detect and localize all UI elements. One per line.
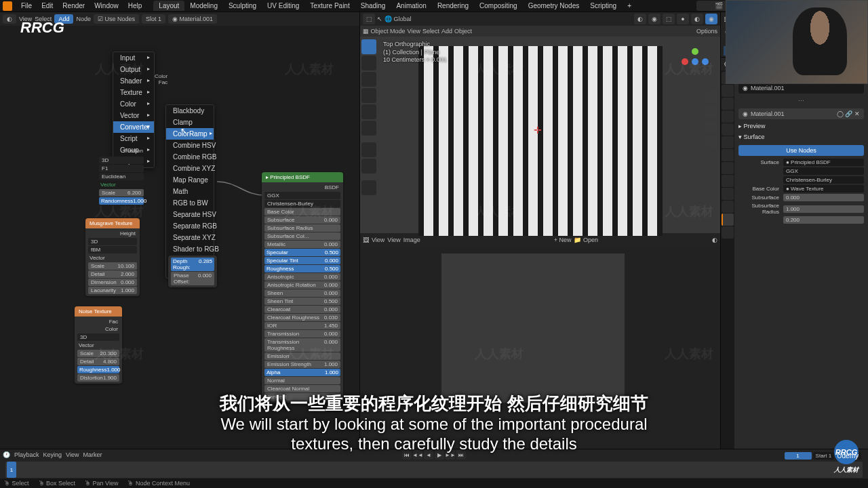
- prop-tab-world[interactable]: [722, 123, 734, 136]
- add-workspace-button[interactable]: +: [622, 1, 637, 11]
- menu-render[interactable]: Render: [58, 2, 90, 9]
- vp-orient-selector[interactable]: 🌐 Global: [384, 16, 412, 22]
- voronoi-metric[interactable]: Euclidean: [99, 173, 144, 180]
- prop-tab-material[interactable]: [722, 214, 734, 226]
- tool-cursor[interactable]: [361, 56, 376, 70]
- bsdf-row-specular[interactable]: Specular0.500: [264, 249, 340, 256]
- 3d-viewport[interactable]: Top Orthographic (1) Collection | Plane …: [360, 37, 720, 233]
- vp-menu-view[interactable]: View: [408, 28, 420, 35]
- prop-tab-viewlayer[interactable]: [722, 98, 734, 110]
- vp-menu-select[interactable]: Select: [422, 28, 439, 35]
- conv-combine-hsv[interactable]: Combine HSV: [166, 140, 214, 151]
- next-key-icon[interactable]: ►►: [446, 450, 455, 460]
- musgrave-out-height[interactable]: Height: [88, 230, 137, 237]
- voronoi-feat[interactable]: F1: [99, 165, 144, 172]
- add-menu-shader[interactable]: Shader: [113, 75, 154, 87]
- conv-shader-to-rgb[interactable]: Shader to RGB: [166, 243, 214, 255]
- sss-method-field[interactable]: Christensen-Burley: [783, 176, 864, 184]
- bsdf-row-metallic[interactable]: Metallic0.000: [264, 241, 340, 248]
- bsdf-row-transmission[interactable]: Transmission0.000: [264, 330, 340, 338]
- bsdf-row-emission-strength[interactable]: Emission Strength1.000: [264, 361, 340, 368]
- conv-clamp[interactable]: Clamp: [166, 117, 214, 128]
- tool-select-box[interactable]: [361, 39, 376, 54]
- nav-persp-icon[interactable]: [705, 136, 717, 148]
- tl-frame-field[interactable]: 1: [785, 452, 812, 460]
- mode-selector[interactable]: ▦ Object Mode: [363, 28, 406, 35]
- material-datablock-field[interactable]: ◉Material.001◯ 🔗 ✕: [738, 108, 864, 119]
- bsdf-row-normal[interactable]: Normal: [264, 377, 340, 384]
- nav-camera-icon[interactable]: [705, 121, 717, 133]
- conv-separate-hsv[interactable]: Separate HSV: [166, 209, 214, 220]
- voronoi-dim[interactable]: 3D: [99, 157, 144, 164]
- vp-menu-add[interactable]: Add: [441, 28, 452, 35]
- tab-sculpting[interactable]: Sculpting: [223, 1, 262, 11]
- img-menu-image[interactable]: Image: [403, 237, 420, 243]
- musgrave-scale[interactable]: Scale10.100: [88, 262, 137, 270]
- bsdf-row-specular-tint[interactable]: Specular Tint0.000: [264, 257, 340, 264]
- tool-annotate[interactable]: [361, 142, 376, 157]
- voronoi-randomness[interactable]: Randomness1.000: [99, 197, 144, 205]
- img-mode-selector[interactable]: View: [372, 237, 384, 243]
- tab-geometry-nodes[interactable]: Geometry Nodes: [523, 1, 585, 11]
- img-open-button[interactable]: 📁 Open: [574, 237, 598, 243]
- noise-dim[interactable]: 3D: [77, 333, 119, 341]
- surface-panel-header[interactable]: Surface: [738, 131, 864, 142]
- add-menu-converter[interactable]: Converter: [113, 121, 154, 133]
- conv-rgb-to-bw[interactable]: RGB to BW: [166, 197, 214, 209]
- node-voronoi-top[interactable]: 3D F1 Euclidean Vector Scale6.200 Random…: [99, 156, 144, 205]
- add-menu-input[interactable]: Input: [113, 52, 154, 64]
- tab-compositing[interactable]: Compositing: [474, 1, 523, 11]
- menu-help[interactable]: Help: [123, 2, 147, 9]
- node-musgrave-header[interactable]: Musgrave Texture: [85, 218, 140, 228]
- prop-tab-physics[interactable]: [722, 175, 734, 187]
- bsdf-row-subsurface-col-[interactable]: Subsurface Col...: [264, 232, 340, 240]
- nav-pan-icon[interactable]: [705, 106, 717, 118]
- noise-roughness[interactable]: Roughness1.000: [77, 366, 119, 373]
- noise-scale[interactable]: Scale20.300: [77, 350, 119, 357]
- prop-tab-output[interactable]: [722, 85, 734, 97]
- tool-move[interactable]: [361, 72, 376, 87]
- bsdf-row-clearcoat[interactable]: Clearcoat0.000: [264, 306, 340, 313]
- nav-gizmo[interactable]: [678, 45, 712, 80]
- phase-offset-slider[interactable]: Phase Offset:0.000: [171, 272, 214, 285]
- tool-add-cube[interactable]: [361, 180, 376, 195]
- preview-panel-header[interactable]: Preview: [738, 121, 864, 131]
- timeline-type-icon[interactable]: 🕐: [3, 451, 10, 458]
- play-icon[interactable]: ▶: [435, 450, 444, 460]
- node-noise-header[interactable]: Noise Texture: [75, 306, 122, 317]
- tl-keying[interactable]: Keying: [43, 451, 62, 458]
- tl-start-field[interactable]: Start 1: [813, 452, 835, 460]
- surface-shader-field[interactable]: ● Principled BSDF: [783, 159, 864, 166]
- tl-view[interactable]: View: [66, 451, 79, 458]
- sss-radius-1[interactable]: 1.000: [783, 205, 864, 213]
- material-slot-field[interactable]: ◉Material.001: [738, 83, 864, 94]
- noise-distortion[interactable]: Distortion1.900: [77, 374, 119, 382]
- prop-tab-constraints[interactable]: [722, 188, 734, 200]
- bsdf-sss-method[interactable]: Christensen-Burley: [264, 200, 340, 207]
- vp-menu-object[interactable]: Object: [454, 28, 472, 35]
- tool-measure[interactable]: [361, 159, 376, 174]
- node-principled-bsdf[interactable]: ▸ Principled BSDF BSDF GGX Christensen-B…: [262, 172, 343, 403]
- img-menu-view[interactable]: View: [387, 237, 400, 243]
- tool-transform[interactable]: [361, 121, 376, 136]
- musgrave-vector[interactable]: Vector: [90, 255, 105, 261]
- tab-modeling[interactable]: Modeling: [184, 1, 223, 11]
- tab-layout[interactable]: Layout: [153, 1, 184, 11]
- use-nodes-toggle[interactable]: ☑ Use Nodes: [94, 14, 139, 24]
- vp-shading-rendered[interactable]: ◉: [705, 14, 717, 24]
- subsurface-slider[interactable]: 0.000: [783, 194, 864, 201]
- cursor-tool-icon[interactable]: ↖: [377, 16, 382, 22]
- use-nodes-button[interactable]: Use Nodes: [738, 145, 864, 156]
- tab-animation[interactable]: Animation: [391, 1, 431, 11]
- play-reverse-icon[interactable]: ◄: [424, 450, 433, 460]
- node-editor-canvas[interactable]: Input Output Shader Texture Color Vector…: [0, 26, 359, 479]
- timeline[interactable]: 🕐 Playback Keying View Marker ⏮ ◄◄ ◄ ▶ ►…: [0, 449, 868, 479]
- bsdf-distribution[interactable]: GGX: [264, 192, 340, 199]
- node-hdr-node[interactable]: Node: [76, 16, 91, 22]
- musgrave-dim[interactable]: 3D: [88, 238, 137, 245]
- bsdf-row-subsurface[interactable]: Subsurface0.000: [264, 216, 340, 224]
- tl-marker[interactable]: Marker: [83, 451, 102, 458]
- tool-scale[interactable]: [361, 104, 376, 119]
- vp-shading-solid[interactable]: ●: [677, 14, 689, 24]
- node-noise[interactable]: Noise Texture Fac Color 3D Vector Scale2…: [75, 306, 122, 384]
